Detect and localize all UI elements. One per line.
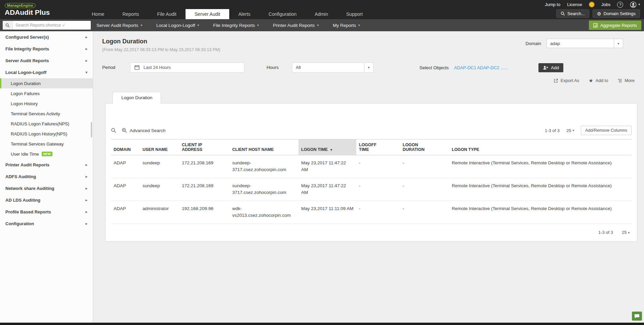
chevron-right-icon (85, 221, 87, 226)
brand-logo: ManageEngine ADAudit Plus (5, 2, 50, 17)
sidebar-item-printer-audit-reports[interactable]: Printer Audit Reports (0, 159, 93, 171)
col-logon-time[interactable]: LOGON TIME (298, 139, 356, 155)
domain-settings-button[interactable]: ⚙ Domain Settings (593, 9, 640, 18)
nav-alerts[interactable]: Alerts (229, 9, 259, 19)
calendar-icon (134, 65, 139, 70)
report-period-subtitle: (From May 22,2017 06:33:13 PM to May 23,… (102, 47, 635, 52)
report-card: Advanced Search 1-3 of 3 25 Add/Remove C… (105, 103, 637, 242)
add-remove-columns-button[interactable]: Add/Remove Columns (581, 126, 632, 135)
sidebar-item-network-share-auditing[interactable]: Network share Auditing (0, 182, 93, 194)
sidebar-scrollbar[interactable] (91, 122, 92, 137)
cell-logon-time: May 23,2017 11:47:22 AM (298, 178, 356, 201)
nav-support[interactable]: Support (337, 9, 372, 19)
hours-select-value: All (296, 65, 300, 70)
chevron-right-icon (85, 210, 87, 214)
caret-down-icon (141, 24, 143, 27)
menu-local-logon-logoff[interactable]: Local Logon-Logoff (149, 23, 206, 28)
sidebar-item-configuration[interactable]: Configuration (0, 218, 93, 230)
sidebar-item-profile-based-reports[interactable]: Profile Based Reports (0, 206, 93, 218)
col-client-ip-address[interactable]: CLIENT IP ADDRESS (179, 139, 230, 155)
jobs-link[interactable]: Jobs (601, 2, 610, 7)
aggregate-reports-button[interactable]: Aggregate Reports (589, 21, 641, 30)
export-icon (554, 78, 558, 83)
cell-logon-duration: - (400, 178, 449, 201)
sidebar-item-radius-logon-failures[interactable]: RADIUS Logon Failures(NPS) (0, 119, 93, 129)
selected-objects-link[interactable]: ADAP-DC1 ADAP-DC2 ...... (454, 65, 533, 70)
col-user-name[interactable]: USER NAME (140, 139, 179, 155)
nav-admin[interactable]: Admin (306, 9, 337, 19)
sidebar-item-local-logon-logoff[interactable]: Local Logon-Logoff (0, 67, 93, 78)
nav-reports[interactable]: Reports (113, 9, 148, 19)
user-avatar-icon (630, 1, 637, 8)
cell-domain: ADAP (111, 201, 140, 224)
menu-server-audit-reports[interactable]: Server Audit Reports (96, 23, 149, 28)
sidebar-item-adfs-auditing[interactable]: ADFS Auditing (0, 171, 93, 182)
cell-logon-duration: - (400, 155, 449, 178)
period-value: Last 24 Hours (144, 65, 171, 70)
domain-select[interactable]: adap (547, 39, 623, 48)
advanced-search-icon (122, 128, 127, 133)
main-nav: Home Reports File Audit Server Audit Ale… (83, 9, 372, 19)
caret-down-icon (364, 63, 373, 72)
page-size-dropdown-bottom[interactable]: 25 (622, 230, 630, 235)
sidebar-item-terminal-services-activity[interactable]: Terminal Services Activity (0, 109, 93, 119)
add-to-button[interactable]: ★ Add to (589, 78, 608, 83)
chat-widget[interactable] (632, 312, 642, 321)
cell-client-host: wdk-vs2013.csez.zohocorpin.com (230, 201, 298, 224)
cell-logon-type: Remote Interactive (Terminal Services, R… (449, 155, 632, 178)
report-search-input[interactable] (13, 21, 91, 30)
period-field[interactable]: Last 24 Hours (130, 63, 244, 73)
sidebar-item-terminal-services-gateway[interactable]: Terminal Services Gateway (0, 139, 93, 149)
menu-printer-audit-reports[interactable]: Printer Audit Reports (266, 23, 326, 28)
help-icon[interactable]: ? (617, 2, 623, 8)
tab-logon-duration[interactable]: Logon Duration (113, 92, 161, 104)
cell-client-host: sundeep-3717.csez.zohocorpin.com (230, 178, 298, 201)
global-search-button[interactable]: Search... (556, 9, 589, 18)
menu-my-reports[interactable]: My Reports (326, 23, 367, 28)
sidebar-item-logon-duration[interactable]: Logon Duration (0, 78, 93, 88)
page-header: Logon Duration (From May 22,2017 06:33:1… (93, 31, 644, 52)
more-button[interactable]: More (617, 78, 635, 83)
sidebar-item-radius-logon-history[interactable]: RADIUS Logon History(NPS) (0, 129, 93, 139)
page-size-dropdown-top[interactable]: 25 (566, 128, 574, 133)
cell-logon-type: Remote Interactive (Terminal Services, R… (449, 178, 632, 201)
nav-home[interactable]: Home (83, 9, 113, 19)
hours-select[interactable]: All (292, 63, 373, 73)
add-objects-label: Add (551, 65, 559, 70)
app-header: ManageEngine ADAudit Plus Home Reports F… (0, 0, 644, 19)
license-link[interactable]: License (567, 2, 582, 7)
sidebar-item-logon-history[interactable]: Logon History (0, 98, 93, 109)
search-icon[interactable] (3, 21, 13, 30)
sidebar-item-file-integrity-reports[interactable]: File Integrity Reports (0, 43, 93, 55)
nav-file-audit[interactable]: File Audit (148, 9, 186, 19)
coin-icon[interactable] (589, 2, 595, 7)
table-row: ADAP sundeep 172.21.208.169 sundeep-3717… (111, 178, 632, 201)
chevron-right-icon (85, 47, 87, 51)
chevron-down-icon (85, 70, 87, 75)
advanced-search-button[interactable]: Advanced Search (122, 128, 166, 133)
nav-configuration[interactable]: Configuration (259, 9, 306, 19)
cell-domain: ADAP (111, 155, 140, 178)
add-objects-button[interactable]: Add (538, 63, 563, 72)
col-client-host-name[interactable]: CLIENT HOST NAME (230, 139, 298, 155)
col-logoff-time[interactable]: LOGOFF TIME (356, 139, 400, 155)
sidebar-item-server-audit-reports[interactable]: Server Audit Reports (0, 55, 93, 67)
sidebar-item-logon-failures[interactable]: Logon Failures (0, 88, 93, 98)
sidebar-item-configured-servers[interactable]: Configured Server(s) (0, 31, 93, 43)
search-icon[interactable] (111, 128, 116, 133)
export-as-button[interactable]: Export As (554, 78, 579, 83)
cell-user-name: sundeep (140, 155, 179, 178)
sidebar-item-user-idle-time[interactable]: User Idle Time NEW (0, 149, 93, 159)
filter-row: Period Last 24 Hours Hours All Select Ob… (93, 62, 644, 73)
jump-to-link[interactable]: Jump to (545, 2, 560, 7)
cell-logon-time: May 23,2017 11:47:22 AM (298, 155, 356, 178)
nav-server-audit[interactable]: Server Audit (186, 9, 229, 19)
cell-client-ip: 172.21.208.169 (179, 155, 230, 178)
menu-file-integrity-reports[interactable]: File Integrity Reports (206, 23, 266, 28)
sidebar-item-ad-lds-auditing[interactable]: AD LDS Auditing (0, 194, 93, 206)
user-menu[interactable] (630, 1, 640, 8)
domain-selector: Domain adap (525, 39, 623, 48)
col-logon-type[interactable]: LOGON TYPE (449, 139, 632, 155)
col-domain[interactable]: DOMAIN (111, 139, 140, 155)
col-logon-duration[interactable]: LOGON DURATION (400, 139, 449, 155)
